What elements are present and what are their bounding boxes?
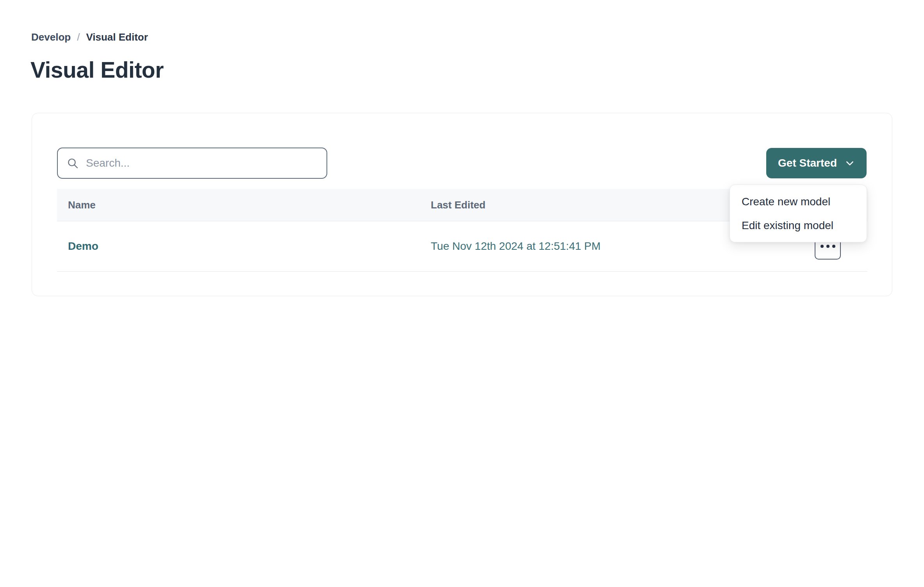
column-header-last-edited: Last Edited — [431, 199, 766, 211]
get-started-dropdown: Create new model Edit existing model — [730, 185, 867, 242]
breadcrumb-separator: / — [77, 31, 80, 43]
search-input[interactable] — [86, 157, 318, 169]
menu-item-edit-existing-model[interactable]: Edit existing model — [730, 213, 867, 237]
search-box[interactable] — [57, 148, 327, 179]
column-header-name: Name — [57, 199, 431, 211]
row-last-edited-cell: Tue Nov 12th 2024 at 12:51:41 PM — [431, 240, 766, 253]
page-title: Visual Editor — [30, 57, 164, 83]
breadcrumb-develop[interactable]: Develop — [31, 31, 71, 43]
ellipsis-icon — [821, 245, 824, 248]
last-edited-timestamp: Tue Nov 12th 2024 at 12:51:41 PM — [431, 240, 601, 252]
breadcrumb-visual-editor[interactable]: Visual Editor — [86, 31, 148, 43]
chevron-down-icon — [845, 158, 855, 168]
get-started-label: Get Started — [778, 157, 837, 169]
model-link-demo[interactable]: Demo — [68, 240, 98, 252]
breadcrumb: Develop / Visual Editor — [31, 31, 148, 43]
get-started-button[interactable]: Get Started — [766, 148, 867, 178]
menu-item-create-new-model[interactable]: Create new model — [730, 190, 867, 213]
search-icon — [66, 157, 79, 169]
row-name-cell: Demo — [57, 240, 431, 253]
